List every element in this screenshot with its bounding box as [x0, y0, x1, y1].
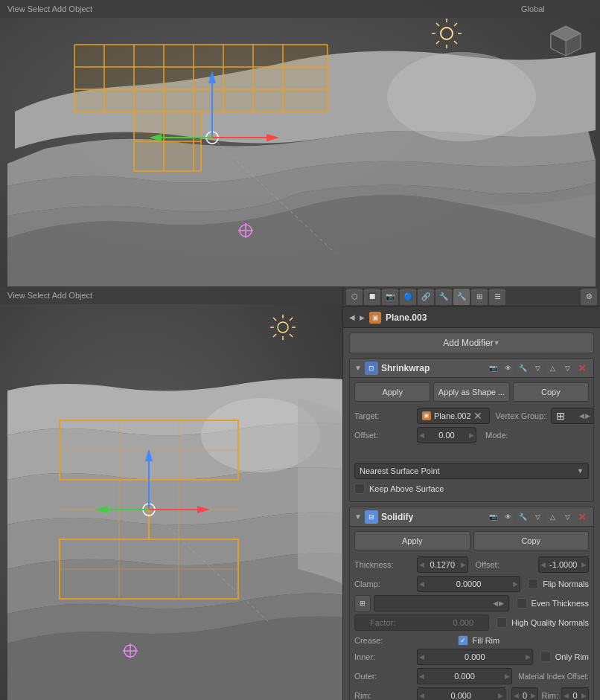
properties-panel: ⬡ 🔲 📷 🔵 🔗 🔧 🔧 ⊞ ☰ ⚙ ◀ ▶ ▣ Plane.003 Add … [342, 286, 600, 700]
mat-rim-value: 0 [572, 691, 577, 700]
solidify-name: Solidify [381, 512, 483, 522]
shrinkwrap-down-icon[interactable]: ▽ [561, 362, 574, 375]
vertex-group-field[interactable]: ⊞ ◀ ▶ [551, 408, 594, 424]
shrinkwrap-cam-icon[interactable]: 📷 [486, 362, 500, 375]
bottom-viewport[interactable]: View Select Add Object [0, 286, 342, 700]
offset-field[interactable]: ◀ 0.00 ▶ [417, 427, 476, 443]
shrinkwrap-apply-button[interactable]: Apply [354, 382, 430, 402]
toolbar-icon-6[interactable]: 🔧 [453, 289, 470, 305]
solidify-header-icons: 📷 👁 🔧 ▽ △ ▽ ✕ [486, 510, 589, 524]
svg-text:View  Select  Add  Object: View Select Add Object [7, 4, 92, 13]
shrinkwrap-apply-shape-button[interactable]: Apply as Shape ... [433, 382, 509, 402]
solidify-offset-value: -1.0000 [549, 560, 577, 569]
target-clear-button[interactable]: ✕ [471, 409, 485, 423]
shrinkwrap-up-icon[interactable]: △ [546, 362, 559, 375]
solidify-modifier: ▼ ⊟ Solidify 📷 👁 🔧 ▽ △ ▽ ✕ Apply Copy Th… [349, 507, 594, 700]
solidify-close-icon[interactable]: ✕ [575, 510, 589, 524]
solidify-collapse[interactable]: ▼ [354, 513, 362, 521]
shrinkwrap-render-icon[interactable]: 🔧 [516, 362, 529, 375]
mode-dropdown-row [350, 443, 593, 461]
rim-right-arrow: ▶ [498, 692, 503, 699]
back-arrow[interactable]: ◀ [349, 313, 355, 321]
mat-index-value: 0 [523, 691, 527, 700]
object-name: Plane.003 [386, 312, 427, 323]
thickness-left-arrow: ◀ [419, 561, 424, 568]
top-viewport[interactable]: View Select Add Object Global [0, 0, 600, 286]
shrinkwrap-target-col: ▣ Plane.002 ✕ [417, 408, 490, 424]
mat-rim-field[interactable]: ◀ 0 ▶ [561, 687, 589, 700]
solidify-render-icon[interactable]: 🔧 [516, 510, 529, 524]
solidify-offset-field[interactable]: ◀ -1.0000 ▶ [538, 556, 590, 573]
solidify-down-icon[interactable]: ▽ [561, 510, 574, 524]
grid-row: ⊞ ◀ ▶ Even Thickness [350, 594, 593, 613]
toolbar-icon-9[interactable]: ⚙ [581, 289, 597, 305]
fill-rim-checkbox[interactable] [458, 635, 468, 646]
solidify-apply-button[interactable]: Apply [354, 531, 470, 550]
inner-left-arrow: ◀ [419, 653, 424, 661]
thickness-value: 0.1270 [430, 560, 455, 569]
add-modifier-button[interactable]: Add Modifier [349, 333, 594, 353]
shrinkwrap-eye-icon[interactable]: 👁 [501, 362, 514, 375]
flip-normals-checkbox[interactable] [528, 579, 538, 589]
factor-value: 0.000 [453, 618, 474, 627]
clamp-field[interactable]: ◀ 0.0000 ▶ [417, 576, 520, 592]
shrinkwrap-header: ▼ ⊡ Shrinkwrap 📷 👁 🔧 ▽ △ ▽ ✕ [350, 359, 593, 378]
solidify-up-icon[interactable]: △ [546, 510, 559, 524]
keep-above-surface-checkbox[interactable] [354, 484, 365, 494]
toolbar-icon-3[interactable]: 🔵 [400, 289, 416, 305]
mode-label: Mode: [485, 431, 512, 440]
vertex-group-field-2[interactable]: ◀ ▶ [374, 595, 509, 611]
material-index-offset-label: Material Index Offset: [518, 672, 589, 681]
clamp-value: 0.0000 [456, 579, 482, 588]
vertex-group-arrows: ◀ ▶ [579, 412, 590, 420]
clamp-right-arrow: ▶ [513, 580, 518, 588]
even-thickness-label: Even Thickness [532, 599, 589, 608]
only-rim-checkbox[interactable] [540, 652, 551, 662]
outer-field[interactable]: ◀ 0.000 ▶ [417, 668, 512, 684]
only-rim-row: Only Rim [540, 652, 589, 662]
svg-text:View  Select  Add  Object: View Select Add Object [7, 291, 92, 300]
solidify-cam-icon[interactable]: 📷 [486, 510, 500, 524]
toolbar-icon-1[interactable]: 🔲 [364, 289, 380, 305]
rim-field[interactable]: ◀ 0.000 ▶ [417, 687, 505, 700]
rim-left-arrow: ◀ [419, 692, 424, 699]
flip-normals-row: Flip Normals [528, 579, 589, 589]
vertex-group-grid-icon[interactable]: ⊞ [354, 595, 371, 611]
shrinkwrap-target-field[interactable]: ▣ Plane.002 ✕ [417, 408, 490, 424]
solidify-filter-icon[interactable]: ▽ [531, 510, 544, 524]
solidify-eye-icon[interactable]: 👁 [501, 510, 514, 524]
solidify-header: ▼ ⊟ Solidify 📷 👁 🔧 ▽ △ ▽ ✕ [350, 507, 593, 527]
clamp-label: Clamp: [354, 579, 414, 588]
mode-dropdown[interactable]: Nearest Surface Point ▼ [354, 463, 589, 479]
offset-label: Offset: [354, 431, 414, 440]
solidify-copy-button[interactable]: Copy [473, 531, 590, 550]
toolbar-icon-7[interactable]: ⊞ [471, 289, 488, 305]
matrim-left-arrow: ◀ [564, 692, 569, 699]
shrinkwrap-header-icons: 📷 👁 🔧 ▽ △ ▽ ✕ [486, 362, 589, 375]
mode-full-row: Nearest Surface Point ▼ [350, 461, 593, 481]
thickness-field[interactable]: ◀ 0.1270 ▶ [417, 556, 468, 573]
factor-label-inner: Factor: [370, 618, 395, 627]
high-quality-normals-checkbox[interactable] [497, 617, 507, 628]
shrinkwrap-collapse[interactable]: ▼ [354, 364, 362, 372]
clamp-row: Clamp: ◀ 0.0000 ▶ Flip Normals [350, 574, 593, 594]
outer-row: Outer: ◀ 0.000 ▶ Material Index Offset: [350, 667, 593, 686]
toolbar-icon-0[interactable]: ⬡ [346, 289, 363, 305]
shrinkwrap-close-icon[interactable]: ✕ [575, 362, 589, 375]
inner-right-arrow: ▶ [526, 653, 531, 661]
shrinkwrap-filter-icon[interactable]: ▽ [531, 362, 544, 375]
toolbar-icon-8[interactable]: ☰ [489, 289, 505, 305]
vg2-arrows: ◀ ▶ [493, 600, 504, 607]
toolbar-icon-5[interactable]: 🔧 [435, 289, 452, 305]
shrinkwrap-copy-button[interactable]: Copy [513, 382, 589, 402]
mat-index-field[interactable]: ◀ 0 ▶ [511, 687, 539, 700]
thickness-label: Thickness: [354, 560, 414, 569]
toolbar-icon-2[interactable]: 📷 [382, 289, 398, 305]
inner-field[interactable]: ◀ 0.000 ▶ [417, 649, 533, 665]
even-thickness-checkbox[interactable] [517, 598, 527, 609]
breadcrumb-sep: ▶ [360, 314, 365, 321]
rim-crease-label: Rim: [354, 691, 414, 700]
matidx-left-arrow: ◀ [514, 692, 519, 699]
toolbar-icon-4[interactable]: 🔗 [418, 289, 434, 305]
factor-field[interactable]: Factor: 0.000 [354, 614, 489, 631]
